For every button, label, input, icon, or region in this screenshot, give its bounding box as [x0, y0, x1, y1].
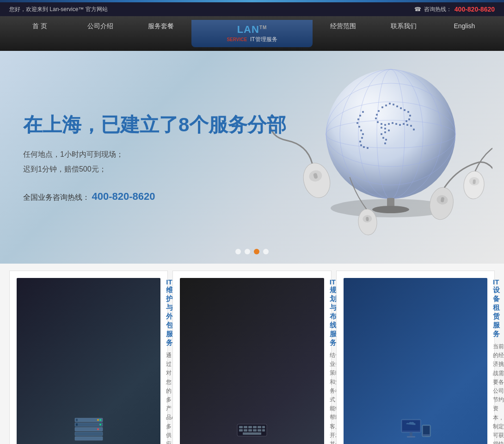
svg-point-55 — [372, 206, 409, 213]
logo-box: LANTM SERVICE IT管理服务 — [191, 20, 313, 47]
svg-rect-100 — [425, 436, 429, 437]
svg-rect-43 — [357, 118, 359, 120]
services-row-1: IT维护与外包服务 通过对您的多产品/多供应商硬件和软件环境提供整合的支持 › — [9, 271, 495, 444]
svg-rect-81 — [239, 426, 243, 428]
service-title-3: IT设备租赁服务 — [493, 278, 504, 339]
top-bar: 您好，欢迎来到 Lan-service™ 官方网站 ☎ 咨询热线： 400-82… — [0, 2, 504, 16]
logo-lan-text: LAN — [237, 24, 259, 35]
nav-item-home[interactable]: 首 页 — [9, 20, 70, 47]
nav-item-english[interactable]: English — [434, 20, 495, 47]
service-card-2: IT规划与布线服务 结合业务策略和业务模式，能够帮助客户开发其企业IT... › — [172, 271, 331, 444]
service-info-3: IT设备租赁服务 当前的经济挑战需要各公司节约资本，制定可获得快速... — [493, 278, 504, 444]
nav-item-scope[interactable]: 经营范围 — [313, 20, 373, 47]
phone-icon: ☎ — [414, 6, 421, 12]
svg-rect-35 — [388, 130, 390, 131]
logo-service: SERVICE IT管理服务 — [198, 36, 306, 43]
svg-rect-20 — [375, 117, 377, 119]
service-card-3: IT设备租赁服务 当前的经济挑战需要各公司节约资本，制定可获得快速... › — [336, 271, 495, 444]
svg-rect-47 — [362, 133, 364, 135]
svg-rect-17 — [408, 118, 410, 120]
svg-point-78 — [99, 424, 101, 426]
nav-link-about[interactable]: 公司介绍 — [70, 20, 130, 33]
svg-point-76 — [99, 419, 101, 421]
svg-rect-70 — [76, 419, 78, 421]
svg-rect-28 — [403, 123, 405, 125]
hero-hotline-label: 全国业务咨询热线： — [23, 193, 90, 201]
svg-rect-96 — [410, 432, 412, 436]
svg-rect-13 — [400, 107, 402, 109]
hero-dot-4[interactable] — [263, 249, 269, 254]
nav-item-contact[interactable]: 联系我们 — [374, 20, 434, 47]
svg-rect-51 — [363, 146, 365, 148]
hero-description: 任何地点，1小时内可到现场； 迟到1分钟，赔偿500元； — [23, 147, 286, 177]
svg-rect-49 — [359, 141, 361, 142]
nav-link-home[interactable]: 首 页 — [9, 20, 70, 33]
svg-rect-91 — [258, 429, 261, 432]
hero-dot-1[interactable] — [235, 249, 241, 254]
svg-rect-36 — [384, 131, 386, 133]
nav-link-english[interactable]: English — [434, 20, 495, 32]
svg-rect-42 — [359, 115, 361, 117]
svg-rect-27 — [399, 124, 401, 126]
svg-rect-29 — [406, 120, 407, 122]
svg-rect-8 — [381, 106, 383, 108]
svg-rect-89 — [248, 429, 252, 432]
svg-rect-12 — [396, 105, 398, 107]
svg-rect-21 — [377, 121, 379, 123]
hotline-area: ☎ 咨询热线： 400-820-8620 — [414, 6, 495, 13]
svg-rect-75 — [75, 437, 103, 440]
hotline-label: 咨询热线： — [424, 6, 452, 13]
svg-point-1 — [326, 69, 455, 199]
nav-link-services[interactable]: 服务套餐 — [131, 20, 191, 33]
svg-rect-45 — [358, 126, 360, 128]
hero-line1: 任何地点，1小时内可到现场； — [23, 147, 286, 162]
hero-title: 在上海，已建立了8个服务分部 — [23, 112, 286, 138]
svg-rect-72 — [76, 424, 78, 426]
svg-rect-99 — [423, 426, 430, 434]
svg-rect-38 — [382, 137, 384, 139]
svg-rect-50 — [360, 144, 362, 146]
service-thumb-3 — [344, 278, 487, 444]
svg-point-79 — [97, 428, 99, 430]
hero-dot-3[interactable] — [254, 249, 259, 254]
service-thumb-2 — [180, 278, 324, 444]
svg-rect-10 — [389, 103, 391, 105]
service-thumb-1 — [17, 278, 160, 444]
svg-rect-22 — [381, 123, 382, 125]
svg-rect-34 — [384, 128, 386, 130]
svg-rect-18 — [378, 110, 380, 112]
svg-rect-48 — [361, 137, 363, 139]
nav-item-about[interactable]: 公司介绍 — [70, 20, 130, 47]
hero-hotline: 全国业务咨询热线： 400-820-8620 — [23, 191, 286, 203]
nav-logo: LANTM SERVICE IT管理服务 — [191, 20, 313, 47]
svg-rect-30 — [406, 124, 408, 126]
svg-rect-82 — [244, 426, 247, 428]
logo-tm: TM — [259, 25, 267, 30]
svg-rect-19 — [376, 114, 378, 116]
nav-link-scope[interactable]: 经营范围 — [313, 20, 373, 33]
svg-rect-40 — [384, 142, 386, 144]
hotline-number: 400-820-8620 — [455, 6, 495, 13]
svg-rect-9 — [385, 105, 387, 106]
svg-rect-71 — [75, 423, 103, 426]
svg-rect-15 — [407, 111, 409, 113]
svg-rect-14 — [404, 109, 406, 111]
svg-rect-16 — [409, 115, 411, 117]
svg-rect-87 — [239, 429, 243, 432]
svg-rect-88 — [244, 429, 247, 432]
nav-item-services[interactable]: 服务套餐 — [131, 20, 191, 47]
svg-rect-84 — [253, 426, 257, 428]
services-section: IT维护与外包服务 通过对您的多产品/多供应商硬件和软件环境提供整合的支持 › — [0, 264, 504, 444]
svg-rect-26 — [395, 123, 397, 125]
nav-link-contact[interactable]: 联系我们 — [374, 20, 434, 33]
svg-rect-86 — [262, 426, 265, 428]
svg-rect-85 — [258, 426, 261, 428]
hero-dots-indicator — [235, 249, 269, 254]
svg-rect-93 — [243, 432, 261, 435]
hero-banner: 在上海，已建立了8个服务分部 任何地点，1小时内可到现场； 迟到1分钟，赔偿50… — [0, 51, 504, 264]
svg-rect-33 — [381, 127, 382, 129]
svg-rect-11 — [393, 104, 394, 105]
svg-rect-24 — [388, 123, 390, 125]
hero-dot-2[interactable] — [245, 249, 250, 254]
svg-rect-25 — [392, 122, 393, 124]
